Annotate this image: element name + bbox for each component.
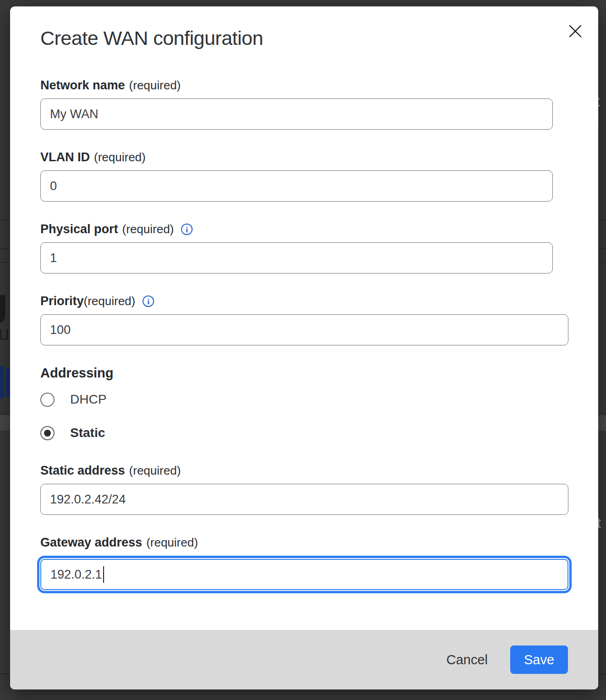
create-wan-configuration-dialog: Create WAN configuration Network name (r… xyxy=(10,6,598,689)
required-hint: (required) xyxy=(84,294,136,308)
required-hint: (required) xyxy=(129,463,181,478)
background-text-fragment: g xyxy=(0,280,8,325)
radio-button-icon xyxy=(40,393,55,407)
radio-static-label: Static xyxy=(70,426,105,440)
background-blue-button-fragment xyxy=(0,366,4,399)
addressing-heading: Addressing xyxy=(40,365,568,381)
required-hint: (required) xyxy=(129,78,181,93)
network-name-input[interactable] xyxy=(40,98,553,130)
text-cursor xyxy=(103,566,105,583)
radio-dhcp-label: DHCP xyxy=(70,392,106,407)
priority-label: Priority (required) i xyxy=(40,294,568,308)
required-hint: (required) xyxy=(146,535,198,550)
info-icon[interactable]: i xyxy=(142,295,154,307)
required-hint: (required) xyxy=(122,222,174,236)
gateway-address-input[interactable]: 192.0.2.1 xyxy=(40,559,568,590)
required-hint: (required) xyxy=(94,150,146,164)
background-text-fragment: u xyxy=(0,322,9,345)
static-address-label: Static address (required) xyxy=(40,463,568,478)
cancel-button[interactable]: Cancel xyxy=(446,652,488,667)
static-address-input[interactable] xyxy=(40,484,568,515)
network-name-label: Network name (required) xyxy=(40,78,568,93)
svg-text:i: i xyxy=(186,225,188,234)
physical-port-label: Physical port (required) i xyxy=(40,222,568,236)
radio-button-selected-icon xyxy=(40,426,55,440)
dialog-footer: Cancel Save xyxy=(10,630,598,689)
priority-input[interactable] xyxy=(40,314,568,345)
radio-static[interactable]: Static xyxy=(40,426,568,440)
gateway-address-value: 192.0.2.1 xyxy=(50,568,102,582)
info-icon[interactable]: i xyxy=(181,223,193,235)
gateway-address-label: Gateway address (required) xyxy=(40,535,568,550)
radio-dhcp[interactable]: DHCP xyxy=(40,392,568,407)
physical-port-input[interactable] xyxy=(40,242,553,273)
save-button[interactable]: Save xyxy=(510,645,568,674)
svg-text:i: i xyxy=(147,297,149,306)
dialog-title: Create WAN configuration xyxy=(40,27,568,49)
vlan-id-label: VLAN ID (required) xyxy=(40,150,568,164)
vlan-id-input[interactable] xyxy=(40,170,553,202)
